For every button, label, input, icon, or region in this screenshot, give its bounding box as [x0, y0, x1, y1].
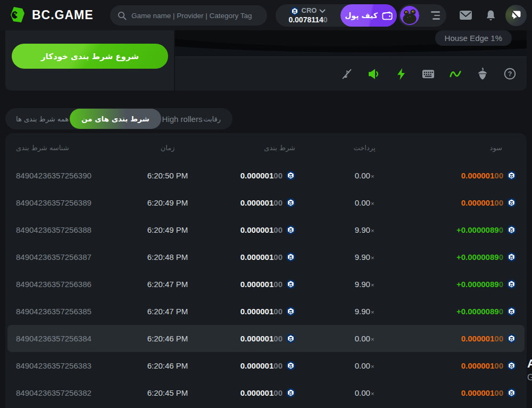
cro-coin-icon [507, 388, 516, 397]
wallet-button[interactable]: کیف پول [340, 4, 397, 27]
clipped-overlay-text-a: A [527, 357, 532, 371]
bet-id: 84904236357256389 [16, 198, 130, 207]
bet-id: 84904236357256388 [16, 225, 130, 234]
game-toolbar: ♪ [175, 56, 527, 91]
bet-time: 6:20:47 PM [130, 307, 205, 316]
house-edge-badge: House Edge 1% [435, 30, 512, 46]
clipped-overlay-text-g: G [527, 373, 532, 382]
cro-coin-icon [507, 307, 516, 316]
hotkeys-keyboard-icon[interactable] [422, 68, 435, 80]
bcgame-logo-icon [9, 6, 27, 24]
bet-payout: 0.00× [295, 171, 434, 180]
cro-coin-icon [286, 252, 295, 262]
bet-time: 6:20:50 PM [130, 171, 205, 180]
bets-tab-bar: همه شرط بندی ها شرط بندی های من High rol… [5, 108, 232, 129]
bet-amount: 0.00000100 [205, 388, 295, 398]
bet-profit: +0.00000890 [434, 252, 516, 262]
live-stats-icon[interactable] [449, 68, 462, 80]
table-row[interactable]: 84904236357256390 6:20:50 PM 0.00000100 … [5, 162, 527, 189]
bet-time: 6:20:49 PM [130, 225, 205, 234]
bet-payout: 0.00× [295, 198, 434, 207]
bet-profit: 0.00000100 [434, 198, 516, 207]
bet-payout: 0.00× [295, 361, 434, 370]
chat-support-icon[interactable] [505, 5, 527, 26]
search-icon [118, 11, 127, 20]
bet-payout: 9.90× [295, 225, 434, 234]
search-input[interactable]: Game name | Provider | Category Tag [110, 5, 267, 26]
bet-payout: 9.90× [295, 307, 434, 316]
help-icon[interactable]: ? [503, 68, 516, 80]
cro-coin-icon [507, 334, 516, 343]
col-header-bet: شرط بندی [205, 144, 295, 152]
table-row[interactable]: 84904236357256384 6:20:46 PM 0.00000100 … [7, 325, 525, 352]
bet-profit: 0.00000100 [434, 171, 516, 180]
table-header-row: شناسه شرط بندی زمان شرط بندی پرداخت سود [5, 133, 527, 162]
logo-text: BC.GAME [32, 8, 94, 22]
tab-all-bets[interactable]: همه شرط بندی ها [16, 115, 69, 123]
tab-high-rollers[interactable]: High rollers [162, 115, 203, 124]
search-placeholder: Game name | Provider | Category Tag [131, 12, 252, 20]
cro-coin-icon [290, 7, 299, 15]
bet-id: 84904236357256390 [16, 171, 130, 180]
mail-icon[interactable] [459, 0, 472, 30]
table-row[interactable]: 84904236357256385 6:20:47 PM 0.00000100 … [5, 298, 527, 325]
col-header-payout: پرداخت [295, 144, 434, 152]
bet-payout: 0.00× [295, 388, 434, 397]
menu-icon[interactable] [431, 11, 440, 20]
table-row[interactable]: 84904236357256382 6:20:45 PM 0.00000100 … [5, 379, 527, 406]
col-header-profit: سود [434, 144, 516, 152]
table-row[interactable]: 84904236357256386 6:20:47 PM 0.00000100 … [5, 271, 527, 298]
avatar[interactable] [400, 6, 419, 25]
bell-icon[interactable] [485, 0, 496, 30]
cro-coin-icon [507, 280, 516, 289]
sound-icon[interactable] [368, 68, 380, 80]
cro-coin-icon [286, 307, 295, 316]
top-header: BC.GAME Game name | Provider | Category … [0, 0, 532, 30]
bcgame-logo[interactable]: BC.GAME [9, 6, 94, 24]
table-row[interactable]: 84904236357256383 6:20:46 PM 0.00000100 … [5, 352, 527, 379]
table-body: 84904236357256390 6:20:50 PM 0.00000100 … [5, 162, 527, 406]
col-header-time: زمان [130, 144, 205, 152]
bet-amount: 0.00000100 [205, 198, 295, 208]
bet-time: 6:20:47 PM [130, 280, 205, 289]
cro-coin-icon [507, 361, 516, 370]
wallet-group: CRO 0.00781140 کیف پول [276, 4, 397, 27]
start-autobet-button[interactable]: شروع شرط بندی خودکار [12, 44, 168, 69]
bet-amount: 0.00000100 [205, 252, 295, 262]
bet-amount: 0.00000100 [205, 307, 295, 316]
bet-time: 6:20:48 PM [130, 252, 205, 262]
cro-coin-icon [286, 225, 295, 234]
chevron-down-icon [319, 9, 326, 13]
bet-payout: 9.90× [295, 252, 434, 262]
cro-coin-icon [286, 280, 295, 289]
currency-code: CRO [302, 7, 317, 15]
seed-acorn-icon[interactable] [476, 68, 489, 80]
bet-time: 6:20:45 PM [130, 388, 205, 397]
bet-control-panel: شروع شرط بندی خودکار [5, 30, 174, 91]
table-row[interactable]: 84904236357256389 6:20:49 PM 0.00000100 … [5, 189, 527, 216]
turbo-bolt-icon[interactable] [395, 68, 408, 80]
bet-id: 84904236357256383 [16, 361, 130, 370]
cro-coin-icon [507, 198, 516, 207]
balance-selector[interactable]: CRO 0.00781140 [276, 7, 340, 24]
cro-coin-icon [507, 225, 516, 234]
music-off-icon[interactable]: ♪ [340, 68, 353, 80]
bet-profit: +0.00000890 [434, 225, 516, 234]
bet-amount: 0.00000100 [205, 171, 295, 181]
bets-table: شناسه شرط بندی زمان شرط بندی پرداخت سود … [5, 133, 527, 408]
bet-payout: 9.90× [295, 280, 434, 289]
wallet-label: کیف پول [345, 11, 378, 20]
bet-amount: 0.00000100 [205, 280, 295, 289]
bet-amount: 0.00000100 [205, 225, 295, 235]
tab-my-bets[interactable]: شرط بندی های من [70, 109, 161, 129]
table-row[interactable]: 84904236357256388 6:20:49 PM 0.00000100 … [5, 216, 527, 243]
bet-id: 84904236357256386 [16, 280, 130, 289]
table-row[interactable]: 84904236357256387 6:20:48 PM 0.00000100 … [5, 243, 527, 271]
bet-profit: +0.00000890 [434, 280, 516, 289]
tab-competition[interactable]: رقابت [203, 115, 221, 123]
cro-coin-icon [507, 171, 516, 180]
svg-text:?: ? [508, 70, 512, 78]
bet-id: 84904236357256385 [16, 307, 130, 316]
bet-id: 84904236357256387 [16, 252, 130, 262]
profile-pill [398, 4, 446, 27]
